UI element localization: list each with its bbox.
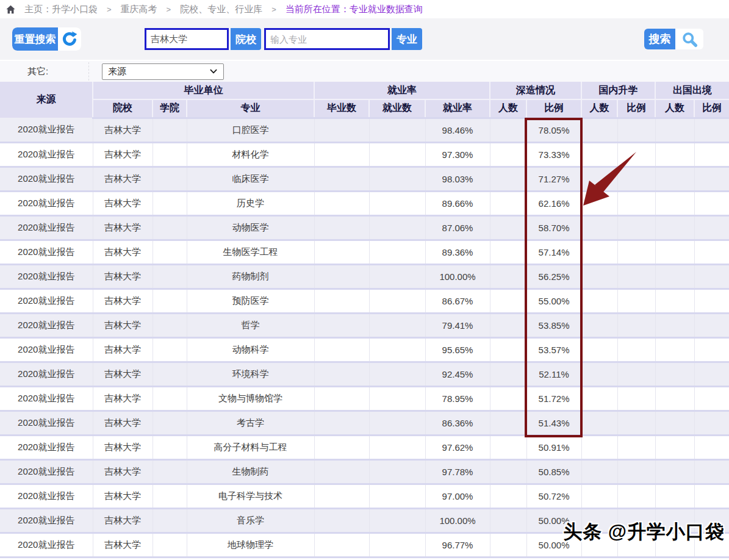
table-cell (314, 313, 369, 337)
table-cell: 吉林大学 (93, 533, 153, 557)
reset-search-group: 重置搜索 (12, 27, 81, 51)
table-row: 2020就业报告吉林大学历史学89.66%62.16% (0, 191, 729, 215)
header-subcolumn: 比例 (617, 99, 655, 118)
table-cell (153, 337, 187, 362)
table-cell: 吉林大学 (93, 215, 153, 240)
table-cell (314, 118, 369, 142)
table-cell (655, 337, 694, 362)
header-subcolumn: 人数 (655, 99, 694, 118)
table-cell (694, 411, 729, 435)
table-row: 2020就业报告吉林大学口腔医学98.46%78.05% (0, 118, 729, 142)
table-cell: 吉林大学 (93, 240, 153, 264)
table-row: 2020就业报告吉林大学高分子材料与工程97.62%50.91% (0, 435, 729, 459)
breadcrumb-item-exam[interactable]: 重庆高考 (121, 4, 157, 15)
table-cell (655, 191, 694, 215)
table-cell (490, 411, 526, 435)
table-cell: 2020就业报告 (0, 337, 93, 362)
table-cell (369, 191, 425, 215)
table-cell (153, 435, 187, 459)
table-cell (617, 435, 655, 459)
breadcrumb-item-home[interactable]: 主页：升学小口袋 (24, 4, 98, 15)
table-row: 2020就业报告吉林大学哲学79.41%53.85% (0, 313, 729, 337)
header-subcolumn: 毕业数 (314, 99, 369, 118)
college-search-button[interactable]: 院校 (231, 28, 261, 50)
table-cell (581, 215, 617, 240)
major-input[interactable] (264, 28, 390, 50)
table-cell: 53.85% (526, 313, 581, 337)
table-cell (617, 142, 655, 167)
table-cell (490, 484, 526, 508)
table-cell (581, 484, 617, 508)
table-row: 2020就业报告吉林大学临床医学98.03%71.27% (0, 167, 729, 191)
table-cell: 2020就业报告 (0, 240, 93, 264)
table-cell: 56.25% (526, 264, 581, 289)
search-group: 搜索 (644, 29, 703, 49)
table-cell: 2020就业报告 (0, 435, 93, 459)
table-cell (694, 337, 729, 362)
table-cell (153, 289, 187, 313)
table-cell (655, 118, 694, 142)
table-cell: 86.67% (425, 289, 490, 313)
table-cell (314, 167, 369, 191)
table-cell (617, 215, 655, 240)
table-row: 2020就业报告吉林大学药物制剂100.00%56.25% (0, 264, 729, 289)
table-cell (655, 411, 694, 435)
table-cell (369, 264, 425, 289)
table-cell (490, 167, 526, 191)
table-cell: 97.62% (425, 435, 490, 459)
magnifier-icon[interactable] (675, 29, 703, 49)
table-cell (655, 313, 694, 337)
search-button[interactable]: 搜索 (644, 29, 675, 49)
table-cell (581, 386, 617, 411)
filter-label: 其它: (27, 66, 48, 77)
table-cell: 药物制剂 (187, 264, 314, 289)
major-search-button[interactable]: 专业 (392, 28, 422, 50)
table-cell: 2020就业报告 (0, 508, 93, 533)
table-cell (617, 459, 655, 484)
table-cell (490, 215, 526, 240)
table-cell (617, 337, 655, 362)
table-cell: 97.30% (425, 142, 490, 167)
table-cell: 地球物理学 (187, 533, 314, 557)
table-cell: 2020就业报告 (0, 459, 93, 484)
home-icon[interactable] (5, 4, 16, 15)
table-cell (581, 362, 617, 386)
table-cell (490, 508, 526, 533)
table-cell (490, 459, 526, 484)
table-row: 2020就业报告吉林大学动物科学95.65%53.57% (0, 337, 729, 362)
table-cell (694, 435, 729, 459)
table-cell (153, 118, 187, 142)
table-cell: 考古学 (187, 411, 314, 435)
reset-search-button[interactable]: 重置搜索 (12, 27, 58, 51)
table-cell (369, 508, 425, 533)
table-cell (314, 484, 369, 508)
table-cell: 动物医学 (187, 215, 314, 240)
table-cell: 2020就业报告 (0, 484, 93, 508)
header-subcolumn: 人数 (490, 99, 526, 118)
breadcrumb-item-library[interactable]: 院校、专业、行业库 (180, 4, 262, 15)
table-cell (314, 386, 369, 411)
breadcrumb-current-location: 当前所在位置：专业就业数据查询 (285, 4, 423, 15)
table-cell: 吉林大学 (93, 142, 153, 167)
filter-bar: 其它: 来源 (0, 60, 729, 82)
table-cell (490, 435, 526, 459)
college-input[interactable] (145, 28, 229, 50)
table-cell (369, 362, 425, 386)
table-cell (490, 313, 526, 337)
table-cell: 100.00% (425, 508, 490, 533)
refresh-icon[interactable] (58, 27, 81, 51)
table-cell: 50.85% (526, 459, 581, 484)
table-cell (581, 435, 617, 459)
table-cell (617, 484, 655, 508)
table-cell: 2020就业报告 (0, 411, 93, 435)
table-cell: 吉林大学 (93, 508, 153, 533)
table-cell (581, 411, 617, 435)
page: 主页：升学小口袋 > 重庆高考 > 院校、专业、行业库 > 当前所在位置：专业就… (0, 0, 729, 560)
table-cell (655, 386, 694, 411)
source-select[interactable]: 来源 (102, 63, 224, 80)
table-cell (314, 264, 369, 289)
table-cell (369, 411, 425, 435)
table-cell (314, 289, 369, 313)
table-cell (581, 118, 617, 142)
header-subcolumn: 就业数 (369, 99, 425, 118)
